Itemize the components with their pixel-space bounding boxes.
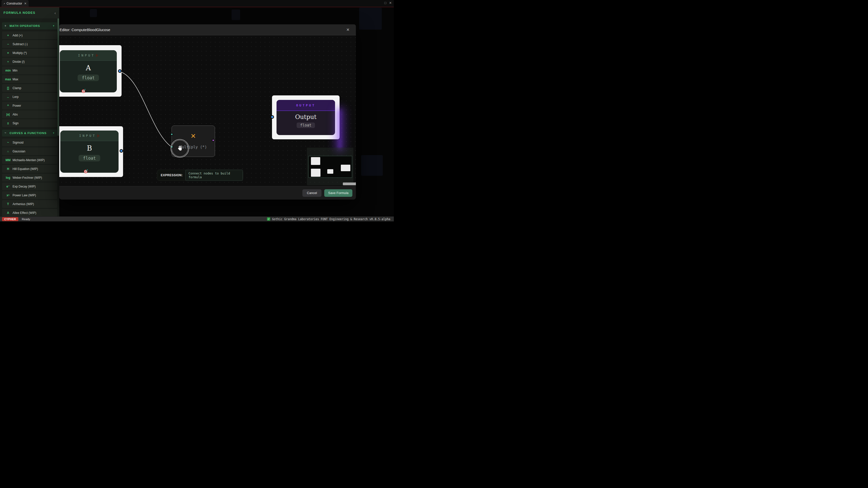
sidebar-item-label: Michaelis-Menten (WIP): [12, 158, 45, 162]
minimap-node: [311, 169, 320, 177]
sidebar-item-label: Power: [12, 104, 21, 107]
play-arrow-icon: [96, 54, 98, 57]
node-input-b[interactable]: INPUT B float: [60, 131, 119, 173]
node-type-icon: max: [3, 77, 12, 81]
node-type-badge: float: [79, 155, 100, 161]
node-header-label: INPUT: [79, 134, 96, 137]
cancel-button[interactable]: Cancel: [302, 189, 321, 197]
port-output-a[interactable]: [118, 69, 122, 73]
node-name: Output: [277, 113, 335, 121]
node-multiply[interactable]: ✕ Multiply (*): [172, 126, 215, 157]
sidebar-item-multiply[interactable]: ×Multiply (*): [2, 49, 57, 57]
sidebar-item-sign[interactable]: ±Sign: [2, 119, 57, 127]
sidebar-title: FORMULA NODES: [3, 11, 35, 14]
app-window: Constructor ✕ □ ✕ FORMULA NODES ‹ +MATH …: [0, 0, 394, 221]
tab-constructor[interactable]: Constructor ✕: [1, 0, 29, 7]
node-header: INPUT: [60, 131, 119, 141]
canvas-horizontal-scrollbar[interactable]: [343, 183, 356, 185]
background-artifact: [231, 9, 240, 20]
formula-nodes-sidebar: FORMULA NODES ‹ +MATH OPERATORS▼+Add (+)…: [0, 7, 59, 217]
modal-footer: Cancel Save Formula: [59, 186, 356, 200]
node-name: A: [60, 64, 117, 72]
node-type-icon: []: [3, 86, 12, 90]
sidebar-item-add[interactable]: +Add (+): [2, 31, 57, 39]
wrench-icon: [3, 2, 5, 5]
sidebar-item-lerp[interactable]: ↔Lerp: [2, 93, 57, 101]
modal-title: Editor: ComputeBloodGlucose: [59, 28, 110, 32]
tab-bar: Constructor ✕ □ ✕: [0, 0, 394, 7]
sidebar-section-curves-functions[interactable]: ~CURVES & FUNCTIONS▼: [2, 130, 57, 136]
port-multiply-in-b[interactable]: [170, 145, 173, 149]
sidebar-item-gaussian[interactable]: ∩Gaussian: [2, 148, 57, 155]
target-icon: [81, 88, 86, 93]
node-type-icon: ∩: [3, 150, 12, 153]
sidebar-item-label: Clamp: [12, 86, 21, 90]
sidebar-item-label: Multiply (*): [12, 51, 27, 55]
node-canvas[interactable]: INPUT A float: [59, 35, 356, 186]
sidebar-item-abs[interactable]: |x|Abs: [2, 110, 57, 118]
sidebar-item-michaelis-menten-wip[interactable]: MMMichaelis-Menten (WIP): [2, 156, 57, 164]
sidebar-item-arrhenius-wip[interactable]: TArrhenius (WIP): [2, 200, 57, 208]
node-type-icon: xⁿ: [3, 194, 12, 197]
section-icon: +: [4, 24, 9, 28]
minimap-node: [341, 165, 350, 171]
node-type-icon: e⁻: [3, 185, 12, 188]
node-type-icon: MM: [3, 158, 12, 162]
expression-bar: EXPRESSION: Connect nodes to build formu…: [157, 170, 243, 181]
node-card-input-b[interactable]: INPUT B float: [59, 126, 123, 177]
sidebar-item-subtract[interactable]: −Subtract (-): [2, 40, 57, 48]
status-right-text: Gothic Grandma Laboratories FONT Enginee…: [272, 217, 390, 221]
sidebar-item-power-law-wip[interactable]: xⁿPower Law (WIP): [2, 191, 57, 199]
sidebar-item-label: Hill Equation (WIP): [12, 167, 38, 171]
node-card-output[interactable]: OUTPUT Output float: [272, 95, 340, 139]
node-header-label: INPUT: [78, 54, 95, 57]
sidebar-item-label: Subtract (-): [12, 42, 28, 46]
sidebar-item-label: Sigmoid: [12, 141, 23, 144]
node-type-icon: ↔: [3, 95, 12, 99]
save-formula-button[interactable]: Save Formula: [324, 189, 352, 197]
sidebar-item-clamp[interactable]: []Clamp: [2, 84, 57, 92]
sidebar-header: FORMULA NODES ‹: [0, 7, 59, 18]
modal-close-icon[interactable]: ✕: [346, 27, 350, 32]
port-multiply-in-a[interactable]: [170, 133, 173, 136]
node-type-icon: ~: [3, 141, 12, 144]
window-close-icon[interactable]: ✕: [389, 1, 392, 5]
sidebar-item-label: Abs: [12, 113, 18, 116]
port-output-in[interactable]: [271, 115, 274, 119]
sidebar-item-divide[interactable]: ÷Divide (/): [2, 58, 57, 66]
port-output-b[interactable]: [120, 149, 123, 153]
sidebar-item-label: Max: [12, 77, 18, 81]
sidebar-section-math-operators[interactable]: +MATH OPERATORS▼: [2, 22, 57, 29]
sidebar-item-exp-decay-wip[interactable]: e⁻Exp Decay (WIP): [2, 183, 57, 190]
node-type-icon: ÷: [3, 60, 12, 64]
node-card-input-a[interactable]: INPUT A float: [59, 45, 122, 97]
sidebar-item-allee-effect-wip[interactable]: AAllee Effect (WIP): [2, 209, 57, 217]
sidebar-item-hill-equation-wip[interactable]: HHill Equation (WIP): [2, 165, 57, 173]
node-output[interactable]: OUTPUT Output float: [277, 100, 335, 135]
sidebar-item-sigmoid[interactable]: ~Sigmoid: [2, 138, 57, 147]
background-artifact: [90, 9, 97, 17]
sidebar-item-weber-fechner-wip[interactable]: logWeber-Fechner (WIP): [2, 174, 57, 182]
minimap[interactable]: [307, 148, 353, 185]
node-input-a[interactable]: INPUT A float: [60, 50, 117, 92]
sidebar-item-label: Lerp: [12, 95, 19, 99]
node-header-label: OUTPUT: [296, 103, 315, 107]
sidebar-item-max[interactable]: maxMax: [2, 75, 57, 83]
chevron-down-icon: ▼: [53, 25, 55, 27]
status-bar: CYPHER Ready ✓ Gothic Grandma Laboratori…: [0, 217, 394, 221]
port-multiply-out[interactable]: [212, 139, 215, 142]
tab-label: Constructor: [6, 2, 22, 5]
sidebar-item-min[interactable]: minMin: [2, 67, 57, 74]
maximize-icon[interactable]: □: [384, 1, 386, 5]
sidebar-collapse-icon[interactable]: ‹: [55, 11, 56, 15]
sidebar-item-power[interactable]: ^Power: [2, 102, 57, 109]
node-label: Multiply (*): [172, 145, 215, 149]
sidebar-item-label: Weber-Fechner (WIP): [12, 176, 42, 180]
node-type-icon: −: [3, 42, 12, 46]
sidebar-scrollbar[interactable]: [58, 18, 59, 136]
sidebar-node-list: +MATH OPERATORS▼+Add (+)−Subtract (-)×Mu…: [0, 18, 59, 217]
modal-header: Editor: ComputeBloodGlucose ✕: [59, 24, 356, 35]
tab-close-icon[interactable]: ✕: [24, 2, 27, 5]
output-glow: [338, 109, 342, 150]
target-icon: [83, 169, 88, 174]
